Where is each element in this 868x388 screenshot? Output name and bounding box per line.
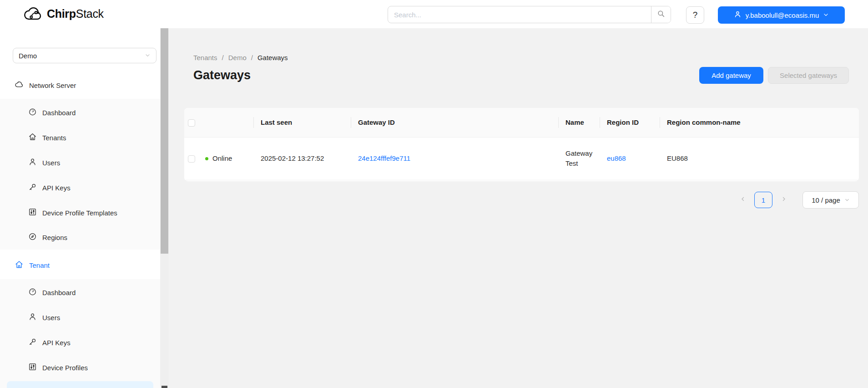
row-select-cell (184, 137, 198, 180)
sidebar-item-network-server[interactable]: Network Server (0, 76, 160, 94)
chevron-down-icon (823, 11, 829, 19)
sidebar-item-tenant-users[interactable]: Users (0, 308, 160, 327)
sidebar-item-tenant-device-profiles[interactable]: Device Profiles (0, 358, 160, 377)
breadcrumb-separator: / (222, 54, 224, 61)
sidebar-item-label: Users (42, 159, 60, 167)
home-icon (28, 133, 37, 143)
sidebar-item-label: API Keys (42, 184, 71, 192)
row-region-common-cell: EU868 (660, 137, 859, 180)
gateways-table-card: Last seen Gateway ID Name Region ID Regi… (184, 108, 859, 181)
main-content: Tenants / Demo / Gateways Gateways Add g… (169, 28, 868, 388)
column-name: Name (558, 108, 600, 137)
row-last-seen-cell: 2025-02-12 13:27:52 (253, 137, 351, 180)
sidebar-item-ns-tenants[interactable]: Tenants (0, 128, 160, 147)
sidebar-scrollbar-thumb[interactable] (161, 28, 168, 254)
gateways-table: Last seen Gateway ID Name Region ID Regi… (184, 108, 859, 180)
sidebar-item-label: Tenants (42, 134, 66, 142)
control-sliders-icon (28, 208, 37, 218)
top-header: ChirpStack ? y.baboolull@ecoasis.mu (0, 0, 868, 28)
status-label: Online (212, 153, 232, 163)
sidebar-item-label: Regions (42, 234, 67, 241)
chevron-down-icon (844, 196, 850, 204)
sidebar-item-selected-partial[interactable] (7, 381, 153, 388)
sidebar-item-ns-api-keys[interactable]: API Keys (0, 179, 160, 197)
sidebar-item-ns-device-profile-templates[interactable]: Device Profile Templates (0, 204, 160, 222)
next-page-button[interactable] (777, 191, 791, 209)
cloud-icon (15, 80, 24, 91)
chevron-down-icon (145, 52, 151, 60)
row-gateway-id-cell: 24e124fffef9e711 (351, 137, 558, 180)
sidebar-item-label: Users (42, 314, 60, 322)
sidebar-item-ns-regions[interactable]: Regions (0, 228, 160, 246)
sidebar-item-label: Tenant (29, 261, 50, 269)
row-region-id-cell: eu868 (600, 137, 660, 180)
dashboard-icon (28, 107, 37, 117)
sidebar-item-label: Network Server (29, 82, 76, 89)
sidebar-item-ns-users[interactable]: Users (0, 153, 160, 172)
breadcrumb: Tenants / Demo / Gateways (193, 54, 288, 61)
row-checkbox[interactable] (188, 155, 195, 163)
column-region-id: Region ID (600, 108, 660, 137)
online-status-dot-icon (205, 157, 208, 160)
breadcrumb-demo[interactable]: Demo (228, 54, 247, 61)
search-input[interactable] (388, 6, 651, 23)
row-status-cell: Online (198, 137, 253, 180)
sidebar-item-ns-dashboard[interactable]: Dashboard (0, 103, 160, 122)
chevron-right-icon (781, 196, 787, 204)
user-menu-button[interactable]: y.baboolull@ecoasis.mu (718, 6, 845, 24)
control-sliders-icon (28, 362, 37, 373)
chirpstack-app: ChirpStack ? y.baboolull@ecoasis.mu (0, 0, 868, 388)
page-title: Gateways (193, 68, 251, 82)
region-id-link[interactable]: eu868 (607, 154, 626, 162)
global-search (388, 6, 671, 23)
sidebar-item-tenant-dashboard[interactable]: Dashboard (0, 283, 160, 301)
column-status (198, 108, 253, 137)
sidebar-item-label: Dashboard (42, 289, 76, 296)
table-header-row: Last seen Gateway ID Name Region ID Regi… (184, 108, 859, 137)
breadcrumb-tenants[interactable]: Tenants (193, 54, 217, 61)
previous-page-button[interactable] (736, 191, 750, 209)
search-icon (657, 10, 665, 20)
page-number-1[interactable]: 1 (754, 192, 772, 208)
sidebar-item-label: Dashboard (42, 109, 76, 117)
tenant-select-value: Demo (19, 52, 37, 60)
sidebar-item-label: Device Profiles (42, 364, 88, 372)
question-mark-icon: ? (693, 10, 698, 20)
user-icon (28, 158, 37, 168)
key-icon (28, 183, 37, 193)
key-icon (28, 337, 37, 347)
breadcrumb-current: Gateways (257, 54, 288, 61)
search-button[interactable] (651, 6, 671, 23)
sidebar-item-label: API Keys (42, 339, 71, 347)
page-size-value: 10 / page (812, 196, 840, 204)
column-region-common-name: Region common-name (660, 108, 859, 137)
sidebar: Demo Network Server Dashboard Tenants (0, 28, 160, 388)
row-name-cell: Gateway Test (558, 137, 600, 180)
help-button[interactable]: ? (686, 6, 704, 24)
sidebar-item-tenant[interactable]: Tenant (0, 256, 160, 274)
select-all-checkbox[interactable] (188, 119, 195, 127)
dashboard-icon (28, 287, 37, 297)
user-email: y.baboolull@ecoasis.mu (746, 11, 819, 19)
pagination: 1 10 / page (736, 191, 859, 209)
column-gateway-id: Gateway ID (351, 108, 558, 137)
gateway-id-link[interactable]: 24e124fffef9e711 (358, 154, 410, 162)
brand-name-bold: Chirp (47, 7, 76, 20)
brand-logo[interactable]: ChirpStack (23, 4, 104, 23)
table-row[interactable]: Online 2025-02-12 13:27:52 24e124fffef9e… (184, 137, 859, 180)
tenant-select-dropdown[interactable]: Demo (13, 48, 156, 63)
column-last-seen: Last seen (253, 108, 351, 137)
compass-icon (28, 232, 37, 242)
sidebar-scrollbar-track[interactable] (160, 28, 169, 388)
user-icon (734, 10, 742, 20)
add-gateway-button[interactable]: Add gateway (699, 67, 763, 84)
sidebar-item-tenant-api-keys[interactable]: API Keys (0, 333, 160, 352)
selected-gateways-button[interactable]: Selected gateways (768, 67, 849, 84)
user-icon (28, 312, 37, 322)
brand-name: ChirpStack (47, 7, 104, 20)
sidebar-item-label: Device Profile Templates (42, 209, 117, 217)
select-all-cell (184, 108, 198, 137)
chevron-left-icon (740, 196, 746, 204)
brand-name-light: Stack (76, 7, 104, 20)
page-size-select[interactable]: 10 / page (802, 191, 859, 209)
